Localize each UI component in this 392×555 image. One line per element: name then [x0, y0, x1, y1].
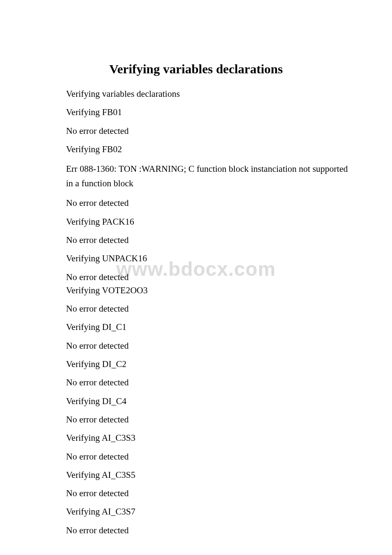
document-content: Verifying variables declarations Verifyi…: [0, 62, 392, 536]
log-line: No error detected: [66, 525, 349, 536]
log-line: No error detected: [66, 340, 349, 352]
log-line: Verifying AI_C3S5: [66, 469, 349, 481]
log-line: Verifying DI_C4: [66, 396, 349, 407]
log-line: Verifying UNPACK16: [66, 253, 349, 264]
log-line: No error detected: [66, 377, 349, 388]
log-line: Verifying AI_C3S3: [66, 432, 349, 444]
log-line: No error detected: [66, 451, 349, 462]
log-line: Verifying PACK16: [66, 216, 349, 228]
page-title: Verifying variables declarations: [0, 62, 392, 76]
log-line: No error detected: [66, 234, 349, 246]
log-line: Verifying AI_C3S7: [66, 506, 349, 517]
log-line: Verifying DI_C1: [66, 321, 349, 333]
body-lines: Verifying variables declarations Verifyi…: [0, 88, 392, 536]
log-line: Verifying FB01: [66, 107, 349, 118]
log-line: No error detected: [66, 197, 349, 209]
log-line: Verifying variables declarations: [66, 88, 349, 100]
log-line-wrapped: Err 088-1360: TON :WARNING; C function b…: [49, 162, 349, 191]
log-line-text: Err 088-1360: TON :WARNING; C function b…: [49, 162, 349, 191]
log-line: No error detected: [66, 272, 349, 283]
tight-line-group: No error detected Verifying VOTE2OO3: [66, 272, 349, 297]
log-line: Verifying DI_C2: [66, 358, 349, 370]
log-line: Verifying FB02: [66, 144, 349, 155]
log-line: No error detected: [66, 303, 349, 315]
log-line: Verifying VOTE2OO3: [66, 285, 349, 296]
log-line: No error detected: [66, 488, 349, 499]
log-line: No error detected: [66, 414, 349, 425]
log-line: No error detected: [66, 125, 349, 137]
